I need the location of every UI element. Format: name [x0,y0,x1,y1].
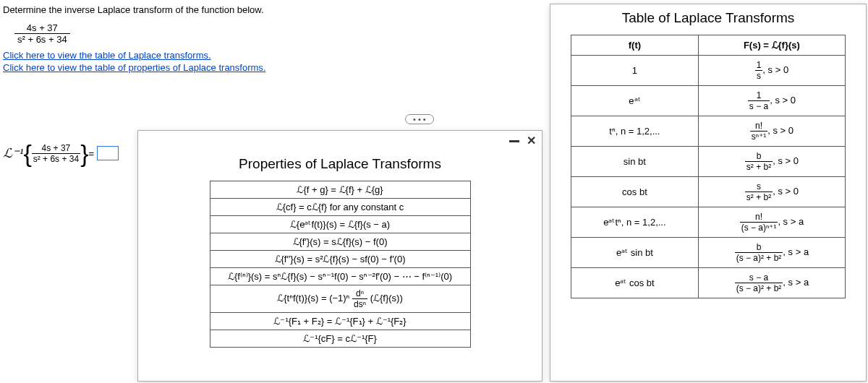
cell-fs: n!sⁿ⁺¹, s > 0 [698,116,845,147]
properties-modal-header: ✕ [138,131,542,150]
cell-fs: 1s, s > 0 [698,56,845,86]
prop-row: ℒ{tⁿf(t)}(s) = (−1)ⁿ dⁿdsⁿ (ℒ{f}(s)) [210,285,470,313]
cell-fs: ss² + b², s > 0 [698,177,845,207]
problem-instruction: Determine the inverse Laplace transform … [0,0,542,20]
prop-row: ℒ⁻¹{cF} = cℒ⁻¹{F} [210,330,470,348]
close-button[interactable]: ✕ [527,134,536,147]
table-row: cos bt ss² + b², s > 0 [571,177,846,207]
equals-sign: = [89,148,95,159]
link-properties-table[interactable]: Click here to view the table of properti… [3,61,540,74]
cell-ft: 1 [571,56,699,86]
prop-row: ℒ{eᵃᵗf(t)}(s) = ℒ{f}(s − a) [210,216,470,233]
table-header-ft: f(t) [571,35,699,56]
minimize-button[interactable] [509,134,519,147]
table-row: eᵃᵗ cos bt s − a(s − a)² + b², s > a [571,268,846,298]
table-row: 1 1s, s > 0 [571,56,846,86]
cell-ft: tⁿ, n = 1,2,... [571,116,699,147]
table-row: tⁿ, n = 1,2,... n!sⁿ⁺¹, s > 0 [571,116,846,147]
properties-table: ℒ{f + g} = ℒ{f} + ℒ{g} ℒ{cf} = cℒ{f} for… [210,181,471,348]
more-button[interactable]: • • • [405,114,434,124]
answer-braces: { 4s + 37 s² + 6s + 34 } [23,141,88,165]
cell-ft: eᵃᵗ sin bt [571,238,699,268]
cell-ft: eᵃᵗtⁿ, n = 1,2,... [571,207,699,238]
right-brace-icon: } [80,141,88,165]
properties-modal: ✕ Properties of Laplace Transforms ℒ{f +… [137,130,542,382]
properties-modal-title: Properties of Laplace Transforms [138,150,542,181]
ans-den: s² + 6s + 34 [32,153,80,164]
cell-ft: eᵃᵗ [571,86,699,116]
link-laplace-table[interactable]: Click here to view the table of Laplace … [3,49,540,61]
prop-row: ℒ{f′′}(s) = s²ℒ{f}(s) − sf(0) − f′(0) [210,251,470,268]
problem-fraction: 4s + 37 s² + 6s + 34 [14,22,70,45]
cell-fs: 1s − a, s > 0 [698,86,845,116]
left-brace-icon: { [23,141,31,165]
answer-fraction: 4s + 37 s² + 6s + 34 [32,143,80,164]
close-icon: ✕ [527,134,536,147]
prop-row: ℒ{f′}(s) = sℒ{f}(s) − f(0) [210,233,470,251]
table-row: eᵃᵗ sin bt b(s − a)² + b², s > a [571,238,846,268]
cell-ft: sin bt [571,147,699,177]
prop-row: ℒ{cf} = cℒ{f} for any constant c [210,199,470,216]
frac-denominator: s² + 6s + 34 [14,33,70,45]
cell-ft: cos bt [571,177,699,207]
table-row: eᵃᵗ 1s − a, s > 0 [571,86,846,116]
table-row: sin bt bs² + b², s > 0 [571,147,846,177]
inverse-laplace-symbol: ℒ⁻¹ [3,145,23,161]
cell-fs: s − a(s − a)² + b², s > a [698,268,845,298]
laplace-table-modal: Table of Laplace Transforms f(t) F(s) = … [550,4,867,382]
prop-row: ℒ{f + g} = ℒ{f} + ℒ{g} [210,181,470,199]
cell-fs: b(s − a)² + b², s > a [698,238,845,268]
cell-fs: bs² + b², s > 0 [698,147,845,177]
laplace-table: f(t) F(s) = ℒ{f}(s) 1 1s, s > 0 eᵃᵗ 1s −… [571,35,846,298]
cell-fs: n!(s − a)ⁿ⁺¹, s > a [698,207,845,238]
ans-num: 4s + 37 [32,143,80,153]
prop-row: ℒ⁻¹{F₁ + F₂} = ℒ⁻¹{F₁} + ℒ⁻¹{F₂} [210,313,470,330]
answer-input[interactable] [97,146,119,160]
cell-ft: eᵃᵗ cos bt [571,268,699,298]
answer-row: ℒ⁻¹ { 4s + 37 s² + 6s + 34 } = [3,141,119,165]
prop-row: ℒ{f⁽ⁿ⁾}(s) = sⁿℒ{f}(s) − sⁿ⁻¹f(0) − sⁿ⁻²… [210,268,470,285]
frac-numerator: 4s + 37 [14,22,70,33]
minimize-icon [509,140,519,142]
table-header-fs: F(s) = ℒ{f}(s) [698,35,845,56]
links-block: Click here to view the table of Laplace … [0,48,542,75]
table-row: eᵃᵗtⁿ, n = 1,2,... n!(s − a)ⁿ⁺¹, s > a [571,207,846,238]
laplace-modal-title: Table of Laplace Transforms [550,4,866,35]
